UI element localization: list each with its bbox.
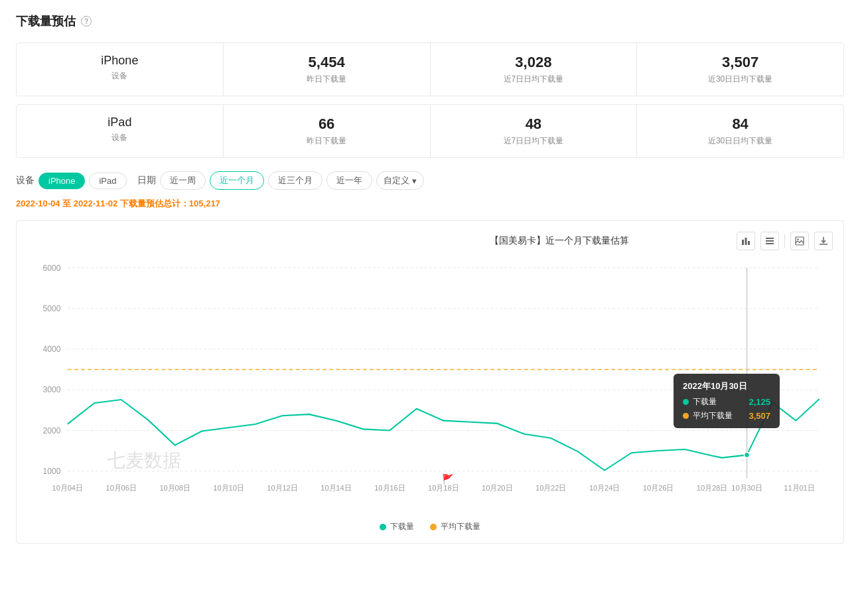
iphone-device-name: iPhone [30,54,210,68]
ipad-yesterday-value: 66 [237,116,417,133]
iphone-stats-card: iPhone 设备 5,454 昨日下载量 3,028 近7日日均下载量 3,5… [16,42,844,96]
date-filter-label: 日期 [137,175,156,187]
ipad-week-cell: 48 近7日日均下载量 [431,105,638,157]
chart-area: 七麦数据 6000 5000 4000 3000 2000 1000 🚩 [27,261,833,513]
iphone-week-label: 近7日日均下载量 [444,74,624,85]
svg-rect-1 [745,238,747,245]
svg-rect-5 [766,243,774,244]
chart-actions [737,232,833,250]
bar-chart-icon[interactable] [737,232,755,250]
legend-downloads-dot [380,524,386,530]
svg-text:10月20日: 10月20日 [482,484,512,492]
filter-year-btn[interactable]: 近一年 [326,171,372,190]
svg-point-7 [797,238,798,240]
svg-text:10月16日: 10月16日 [374,484,405,492]
iphone-device-label: 设备 [30,70,210,82]
legend-avg-label: 平均下载量 [441,521,480,532]
stats-cards: iPhone 设备 5,454 昨日下载量 3,028 近7日日均下载量 3,5… [16,42,844,158]
legend-avg-dot [430,524,437,530]
ipad-device-name: iPad [30,116,210,129]
svg-rect-4 [766,240,774,242]
svg-text:10月08日: 10月08日 [159,484,190,492]
ipad-stats-card: iPad 设备 66 昨日下载量 48 近7日日均下载量 84 近30日日均下载… [16,104,844,158]
iphone-yesterday-label: 昨日下载量 [237,74,417,85]
filter-row: 设备 iPhone iPad 日期 近一周 近一个月 近三个月 近一年 自定义 … [16,171,844,190]
image-icon[interactable] [790,232,809,250]
svg-text:🚩: 🚩 [442,473,455,485]
iphone-month-label: 近30日日均下载量 [650,74,830,85]
filter-iphone-btn[interactable]: iPhone [38,173,85,189]
legend-downloads: 下载量 [380,521,414,532]
iphone-yesterday-cell: 5,454 昨日下载量 [224,43,431,96]
filter-three-months-btn[interactable]: 近三个月 [268,171,322,190]
ipad-device-cell: iPad 设备 [17,105,224,157]
svg-text:10月06日: 10月06日 [106,484,136,492]
svg-text:10月26日: 10月26日 [643,484,674,492]
legend-avg: 平均下载量 [430,521,480,532]
svg-text:10月04日: 10月04日 [52,484,83,492]
svg-text:10月18日: 10月18日 [428,484,459,492]
list-icon[interactable] [760,232,779,250]
svg-rect-0 [742,240,744,245]
svg-text:10月24日: 10月24日 [589,484,620,492]
chart-legend: 下载量 平均下载量 [27,521,833,532]
svg-text:1000: 1000 [43,467,61,476]
svg-text:6000: 6000 [43,264,61,273]
svg-text:11月01日: 11月01日 [784,484,814,492]
device-filter-group: 设备 iPhone iPad [16,173,127,189]
iphone-device-cell: iPhone 设备 [17,43,224,96]
svg-text:10月10日: 10月10日 [213,484,244,492]
chart-container: 【国美易卡】近一个月下载量估算 七麦数据 [16,220,844,544]
device-filter-label: 设备 [16,175,35,187]
iphone-week-value: 3,028 [444,54,624,71]
ipad-yesterday-label: 昨日下载量 [237,135,417,147]
filter-custom-btn[interactable]: 自定义 ▾ [376,171,424,190]
filter-week-btn[interactable]: 近一周 [160,171,206,190]
svg-rect-6 [796,237,804,245]
svg-text:10月22日: 10月22日 [536,484,566,492]
page-title: 下载量预估 ? [16,13,844,29]
chart-svg: 6000 5000 4000 3000 2000 1000 🚩 10月04日 1… [27,261,833,513]
ipad-device-label: 设备 [30,132,210,143]
iphone-month-cell: 3,507 近30日日均下载量 [637,43,843,96]
chart-header: 【国美易卡】近一个月下载量估算 [27,232,833,250]
iphone-week-cell: 3,028 近7日日均下载量 [431,43,638,96]
date-range-text: 2022-10-04 至 2022-11-02 下载量预估总计：105,217 [16,198,844,210]
svg-text:5000: 5000 [43,304,61,313]
svg-text:2000: 2000 [43,425,61,435]
download-icon[interactable] [814,232,833,250]
filter-ipad-btn[interactable]: iPad [89,173,126,189]
svg-text:3000: 3000 [43,385,61,394]
chart-title: 【国美易卡】近一个月下载量估算 [382,235,737,247]
svg-text:10月14日: 10月14日 [321,484,351,492]
ipad-month-cell: 84 近30日日均下载量 [637,105,843,157]
ipad-month-label: 近30日日均下载量 [650,135,830,147]
iphone-month-value: 3,507 [650,54,830,71]
svg-text:10月30日: 10月30日 [731,484,762,492]
ipad-week-value: 48 [444,116,624,133]
svg-rect-3 [766,238,774,239]
svg-text:10月12日: 10月12日 [267,484,297,492]
ipad-month-value: 84 [650,116,830,133]
filter-month-btn[interactable]: 近一个月 [210,171,264,190]
ipad-week-label: 近7日日均下载量 [444,135,624,147]
svg-point-39 [744,452,749,457]
iphone-yesterday-value: 5,454 [237,54,417,71]
divider [784,234,785,248]
legend-downloads-label: 下载量 [390,521,414,532]
date-filter-group: 日期 近一周 近一个月 近三个月 近一年 自定义 ▾ [137,171,424,190]
svg-text:4000: 4000 [43,345,61,354]
ipad-yesterday-cell: 66 昨日下载量 [224,105,431,157]
help-icon[interactable]: ? [81,16,92,27]
svg-text:10月28日: 10月28日 [697,484,727,492]
svg-rect-2 [748,241,750,245]
